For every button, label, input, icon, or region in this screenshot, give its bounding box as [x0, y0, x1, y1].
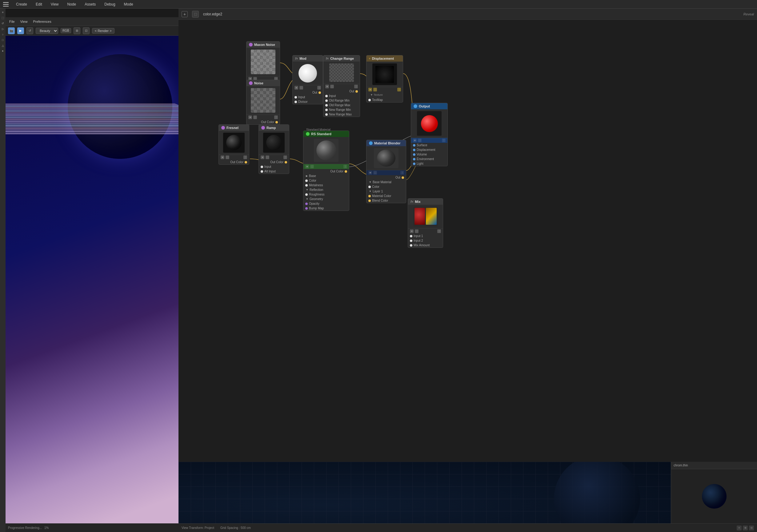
mod-output-dot[interactable]	[318, 91, 321, 94]
fresnel-img-icon[interactable]: ⬚	[226, 155, 229, 159]
output-displacement-dot[interactable]	[413, 149, 415, 151]
mb-blend-color-dot[interactable]	[368, 200, 371, 202]
node-canvas[interactable]: Maxon Noise 👁 ⬚ ⋮ Out Color Noise	[178, 20, 757, 532]
beauty-dropdown[interactable]: Beauty	[36, 28, 58, 34]
node-material-blender[interactable]: Material Blender 👁 ⬚ ⋮ Out ▼ Base Materi…	[366, 140, 406, 203]
menu-view[interactable]: View	[49, 2, 60, 7]
mod-eye-icon[interactable]: 👁	[294, 86, 298, 90]
mb-eye-icon[interactable]: 👁	[368, 171, 372, 174]
mb-base-color-dot[interactable]	[368, 186, 371, 188]
menu-edit[interactable]: Edit	[35, 2, 44, 7]
toolbar-icon-8[interactable]: ✦	[1, 49, 5, 53]
mix-input-dot-3[interactable]	[410, 244, 412, 247]
noise-menu-icon[interactable]: ⋮	[274, 115, 278, 119]
cr-input-dot-4[interactable]	[325, 109, 328, 111]
mb-output-dot[interactable]	[402, 176, 404, 179]
add-node-btn[interactable]: +	[182, 11, 188, 17]
cr-input-dot-2[interactable]	[325, 100, 328, 102]
fresnel-output-dot[interactable]	[245, 161, 247, 164]
mb-section-base[interactable]: ▼ Base Material	[367, 180, 406, 184]
node-noise[interactable]: Noise 👁 ⬚ ⋮ Out Color	[246, 80, 280, 125]
toolbar-icon-7[interactable]: △	[1, 44, 5, 48]
node-ramp[interactable]: Ramp 👁 ⬚ ⋮ Out Color Input	[258, 124, 289, 174]
node-fresnel[interactable]: Fresnel 👁 ⬚ ⋮ Out Color	[219, 124, 249, 165]
fresnel-menu-icon[interactable]: ⋮	[243, 155, 247, 159]
node-displacement[interactable]: ≡ Displacement 👁 ⬚ ⋮ ▼ Texture TexMap	[366, 55, 403, 103]
channel-btn[interactable]: ⊞	[74, 27, 80, 34]
viewport-menu-file[interactable]: File	[8, 19, 16, 24]
render-btn[interactable]: < Render >	[92, 28, 114, 34]
output-environment-dot[interactable]	[413, 158, 415, 160]
node-mod[interactable]: f× Mod 👁 ⬚ ⋮ Out Input Divisor	[292, 55, 323, 104]
viewport-menu-view[interactable]: View	[19, 19, 29, 24]
menu-mode[interactable]: Mode	[123, 2, 135, 7]
rs-menu-icon[interactable]: ⋮	[344, 165, 347, 169]
mod-menu-icon[interactable]: ⋮	[317, 86, 321, 90]
mb-section-layer1[interactable]: ▼ Layer 1	[367, 189, 406, 194]
output-menu-icon[interactable]: ⋮	[442, 139, 445, 142]
disp-menu-icon[interactable]: ⋮	[397, 88, 401, 91]
rs-base-color-dot[interactable]	[305, 179, 308, 182]
mod-input-dot-2[interactable]	[294, 101, 297, 103]
rs-section-reflection[interactable]: ▼ Reflection	[303, 187, 349, 192]
disp-eye-icon[interactable]: 👁	[368, 88, 372, 91]
mix-input-dot-2[interactable]	[410, 239, 412, 242]
mb-img-icon[interactable]: ⬚	[373, 171, 377, 174]
toolbar-icon-1[interactable]: ≡	[1, 10, 5, 15]
menu-node[interactable]: Node	[66, 2, 77, 7]
cr-img-icon[interactable]: ⬚	[330, 85, 334, 88]
rs-eye-icon[interactable]: 👁	[305, 165, 309, 169]
node-file-icon[interactable]: ⬚	[192, 11, 199, 17]
mb-material-color-dot[interactable]	[368, 195, 371, 197]
noise-output-dot[interactable]	[275, 121, 278, 123]
mod-input-dot-1[interactable]	[294, 96, 297, 99]
rs-opacity-dot[interactable]	[305, 203, 308, 205]
menu-assets[interactable]: Assets	[83, 2, 97, 7]
menu-debug[interactable]: Debug	[103, 2, 116, 7]
output-eye-icon[interactable]: 👁	[413, 139, 417, 142]
mod-img-icon[interactable]: ⬚	[299, 86, 303, 90]
rs-base-metalness-dot[interactable]	[305, 184, 308, 187]
disp-img-icon[interactable]: ⬚	[373, 88, 377, 91]
bottom-icon-grid[interactable]: ⊞	[743, 525, 748, 530]
output-volume-dot[interactable]	[413, 153, 415, 156]
fresnel-eye-icon[interactable]: 👁	[221, 155, 224, 159]
cr-input-dot-3[interactable]	[325, 104, 328, 107]
rs-output-dot[interactable]	[345, 170, 347, 173]
ramp-output-dot[interactable]	[285, 161, 287, 164]
ramp-eye-icon[interactable]: 👁	[261, 155, 264, 159]
ramp-img-icon[interactable]: ⬚	[265, 155, 269, 159]
output-img-icon[interactable]: ⬚	[418, 139, 422, 142]
viewport-refresh-btn[interactable]: ↺	[26, 27, 33, 34]
ramp-input-dot-1[interactable]	[261, 166, 263, 168]
reveal-button[interactable]: Reveal	[743, 12, 754, 16]
output-surface-dot[interactable]	[413, 144, 415, 146]
viewport-menu-prefs[interactable]: Preferences	[32, 19, 52, 24]
toolbar-icon-6[interactable]: □	[1, 38, 5, 42]
noise-img-icon[interactable]: ⬚	[253, 115, 257, 119]
cr-input-dot-1[interactable]	[325, 95, 328, 97]
rgb-badge[interactable]: RGB	[61, 28, 71, 33]
rs-roughness-dot[interactable]	[305, 193, 308, 196]
output-light-dot[interactable]	[413, 163, 415, 165]
disp-texmap-dot[interactable]	[368, 99, 371, 101]
bottom-icon-list[interactable]: ≡	[737, 525, 742, 530]
cr-menu-icon[interactable]: ⋮	[354, 85, 358, 88]
mix-input-dot-1[interactable]	[410, 235, 412, 237]
bottom-icon-table[interactable]: ⊟	[749, 525, 754, 530]
rs-bump-dot[interactable]	[305, 207, 308, 210]
cr-output-dot[interactable]	[355, 90, 358, 93]
hamburger-menu[interactable]	[3, 2, 9, 7]
noise-eye-icon[interactable]: 👁	[248, 115, 252, 119]
node-rs-standard[interactable]: RS Standard 👁 ⬚ ⋮ Out Color ▶ Base	[303, 131, 349, 211]
toolbar-icon-5[interactable]: ○	[1, 32, 5, 37]
cr-input-dot-5[interactable]	[325, 113, 328, 116]
mix-img-icon[interactable]: ⬚	[415, 229, 418, 233]
viewport-camera-btn[interactable]: 🎬	[8, 27, 15, 34]
menu-create[interactable]: Create	[15, 2, 28, 7]
mix-eye-icon[interactable]: 👁	[410, 229, 413, 233]
node-output[interactable]: Output 👁 ⬚ ⋮ Surface Displacement	[411, 103, 448, 166]
node-change-range[interactable]: f× Change Range 👁 ⬚ ⋮ Out Input	[323, 55, 360, 117]
rs-section-base[interactable]: ▶ Base	[303, 173, 349, 178]
rs-section-geometry[interactable]: ▼ Geometry	[303, 197, 349, 201]
